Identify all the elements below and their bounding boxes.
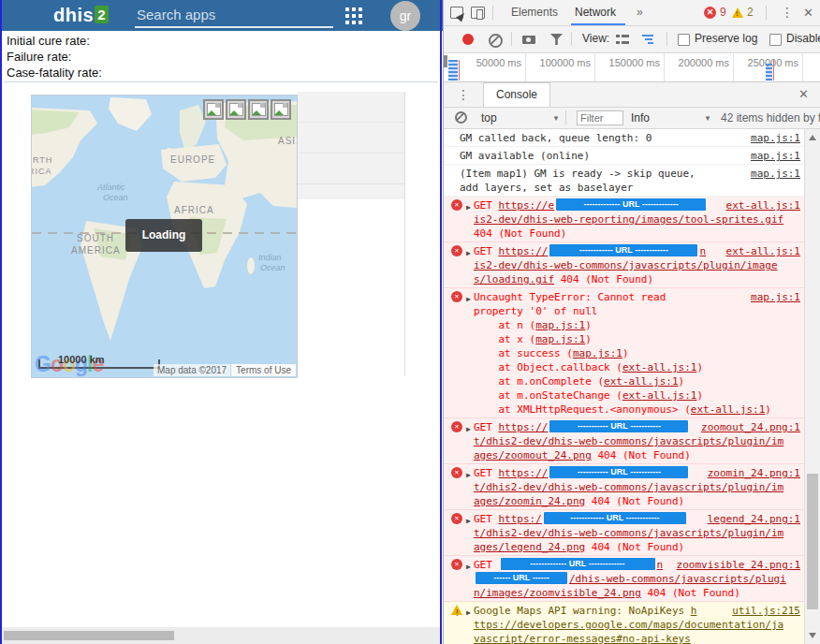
console-text: GM available (online) [460,150,590,162]
expand-triangle-icon[interactable]: ▶ [466,200,471,214]
google-logo-letter: G [35,352,51,376]
source-link[interactable]: legend_24.png:1 [708,512,800,526]
source-link[interactable]: map.js:1 [751,149,800,163]
filter-funnel-icon[interactable] [550,34,563,45]
devtools-menu-icon[interactable]: ⋮ [781,5,794,20]
dhis2-logo[interactable]: dhis2 [53,5,109,26]
broken-image-icon[interactable] [271,99,291,120]
horizontal-scrollbar-thumb[interactable] [4,631,174,640]
console-link[interactable]: map.js:1 [535,319,585,331]
avatar[interactable]: gr [390,1,420,31]
source-link[interactable]: map.js:1 [751,131,800,145]
tab-elements[interactable]: Elements [511,6,558,19]
horizontal-scrollbar[interactable] [2,627,440,644]
source-link[interactable]: ext-all.js:1 [726,244,800,258]
screenshot-camera-icon[interactable] [522,36,535,44]
console-link[interactable]: n [699,245,706,257]
source-link[interactable]: util.js:215 [732,604,800,618]
console-link[interactable]: ages/zoomout_24.png [474,449,592,461]
console-link[interactable]: ext-all.js:1 [691,403,765,416]
console-link[interactable]: ttps://developers.google.com/maps/docume… [474,619,783,631]
console-link[interactable]: is2-dev/dhis-web-reporting/images/tool-s… [474,213,783,226]
drawer-menu-icon[interactable]: ⋮ [457,87,470,102]
console-link[interactable]: ages/legend_24.png [474,541,585,553]
console-link[interactable]: n/images/zoomvisible_24.png [474,587,641,599]
expand-triangle-icon[interactable]: ▶ [466,422,471,436]
tab-console[interactable]: Console [483,82,550,107]
disable-cache-checkbox[interactable] [769,34,782,46]
source-link[interactable]: map.js:1 [751,290,800,304]
source-link[interactable]: zoomvisible_24.png:1 [677,558,800,572]
log-level-select[interactable]: Info [631,111,650,124]
more-tabs-icon[interactable]: » [637,6,643,19]
timeline-activity-bars [448,60,458,80]
apps-grid-icon[interactable] [345,7,362,24]
console-link[interactable]: https:// [499,467,549,479]
console-link[interactable]: t/dhis2-dev/dhis-web-commons/javascripts… [474,481,783,493]
broken-image-icon[interactable] [226,99,246,120]
source-link[interactable]: ext-all.js:1 [726,198,800,212]
devtools-close-icon[interactable]: ✕ [803,6,813,20]
overview-waterfall-icon[interactable] [642,34,655,45]
console-scrollbar[interactable] [804,129,820,644]
expand-triangle-icon[interactable]: ▶ [466,246,471,260]
console-filter-bar: top ▼ Info ▼ 42 items hidden by filters [444,108,820,129]
preserve-log-checkbox[interactable] [678,34,690,46]
clear-console-icon[interactable] [455,111,467,124]
console-link[interactable]: https://e [499,199,555,212]
map-label: Ocean [260,263,286,272]
console-link[interactable]: t/dhis2-dev/dhis-web-commons/javascripts… [474,435,783,447]
chevron-down-icon: ▼ [704,114,711,123]
console-message-log: GM available (online)map.js:1 [444,147,820,165]
record-icon[interactable] [462,34,474,45]
terms-of-use-link[interactable]: Terms of Use [231,364,296,376]
timeline-handle[interactable] [444,55,447,67]
console-filter-input[interactable] [577,110,623,125]
console-link[interactable]: map.js:1 [535,333,585,345]
console-link[interactable]: s/loading.gif [474,273,554,285]
expand-triangle-icon[interactable]: ▶ [466,514,471,528]
scroll-up-icon[interactable] [809,135,816,140]
console-text: 404 (Not Found) [585,541,684,553]
context-select[interactable]: top [481,111,497,124]
expand-triangle-icon[interactable]: ▶ [466,606,471,620]
expand-triangle-icon[interactable]: ▶ [466,292,471,306]
console-link[interactable]: n [657,559,664,571]
inspect-element-icon[interactable] [450,7,463,19]
broken-image-icon[interactable] [248,99,269,120]
console-link[interactable]: map.js:1 [573,347,622,359]
tab-network[interactable]: Network [575,6,616,19]
expand-triangle-icon[interactable]: ▶ [466,560,471,574]
console-link[interactable]: ext-all.js:1 [604,375,678,388]
scroll-down-icon[interactable] [809,633,816,638]
broken-image-icon[interactable] [203,99,224,120]
console-scrollbar-thumb[interactable] [807,474,818,609]
console-link[interactable]: ext-all.js:1 [622,389,696,402]
console-link[interactable]: ages/zoomin_24.png [474,495,585,507]
timeline-gridline [802,53,803,81]
large-rows-icon[interactable] [616,34,629,45]
warning-badge-icon[interactable]: ! [732,7,743,18]
search-apps-input[interactable]: Search apps [137,7,215,22]
expand-triangle-icon[interactable]: ▶ [466,468,471,482]
source-link[interactable]: map.js:1 [751,167,800,181]
device-toolbar-icon[interactable] [471,7,485,19]
error-badge-icon[interactable]: ✕ [704,7,716,19]
console-link[interactable]: https:/ [499,513,542,525]
network-timeline-overview[interactable]: 50000 ms 100000 ms 150000 ms 200000 ms 2… [444,53,820,82]
drawer-close-icon[interactable]: ✕ [798,87,809,101]
console-link[interactable]: vascript/error-messages#no-api-keys [474,633,691,644]
world-map[interactable]: RTH RICA EUROPE ASI. AFRICA SOUTH AMERIC… [31,95,298,378]
console-link[interactable]: t/dhis2-dev/dhis-web-commons/javascripts… [474,527,783,539]
clear-icon[interactable] [489,34,503,48]
source-link[interactable]: zoomout_24.png:1 [701,420,800,434]
console-link[interactable]: ext-all.js:1 [622,361,696,373]
console-link[interactable]: h [691,605,697,617]
console-link[interactable]: https:// [499,245,549,257]
console-link[interactable]: is2-dev/dhis-web-commons/javascripts/plu… [474,259,778,271]
console-link[interactable]: https:// [499,421,549,433]
console-message-log: (Item map1) GM is ready -> skip queue,ad… [444,165,820,197]
console-link[interactable]: /dhis-web-commons/javascripts/plugi [569,573,786,585]
console-text: 404 (Not Found) [641,587,740,599]
source-link[interactable]: zoomin_24.png:1 [708,466,800,480]
